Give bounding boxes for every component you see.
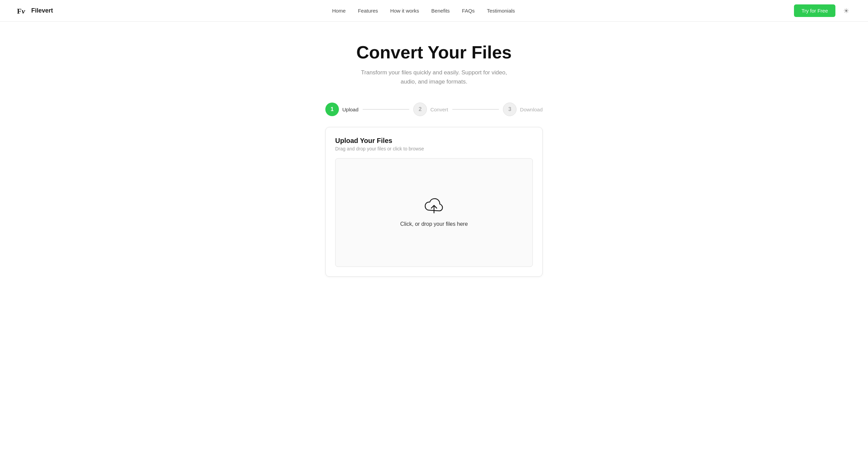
step-3: 3 Download [503,103,543,116]
upload-card-subtitle: Drag and drop your files or click to bro… [335,146,533,151]
nav-faqs[interactable]: FAQs [462,8,475,14]
nav-testimonials[interactable]: Testimonials [487,8,515,14]
nav-features[interactable]: Features [358,8,378,14]
upload-card-title: Upload Your Files [335,137,533,145]
nav-links: Home Features How it works Benefits FAQs… [332,8,515,14]
step-1: 1 Upload [325,103,359,116]
stepper: 1 Upload 2 Convert 3 Download [325,103,543,116]
nav-benefits[interactable]: Benefits [431,8,450,14]
step-1-circle: 1 [325,103,339,116]
logo-icon: F v [16,5,29,17]
upload-card: Upload Your Files Drag and drop your fil… [325,127,543,277]
hero-subtitle: Transform your files quickly and easily.… [352,68,516,86]
theme-toggle-button[interactable]: ☀ [841,5,852,16]
step-1-label: Upload [342,107,359,112]
navbar: F v Filevert Home Features How it works … [0,0,868,22]
step-line-2 [452,109,499,110]
nav-home[interactable]: Home [332,8,346,14]
try-for-free-button[interactable]: Try for Free [794,4,835,17]
dropzone[interactable]: Click, or drop your files here [335,158,533,267]
step-2-label: Convert [430,107,448,112]
svg-text:F: F [17,7,21,15]
upload-cloud-icon [424,198,444,216]
dropzone-text: Click, or drop your files here [400,221,468,227]
step-3-circle: 3 [503,103,517,116]
step-line-1 [363,109,410,110]
step-2: 2 Convert [413,103,448,116]
sun-icon: ☀ [843,7,849,15]
logo-link[interactable]: F v Filevert [16,5,53,17]
main-content: Convert Your Files Transform your files … [0,22,868,304]
step-3-label: Download [520,107,543,112]
navbar-right: Try for Free ☀ [794,4,852,17]
logo-text: Filevert [31,7,53,14]
step-2-circle: 2 [413,103,427,116]
svg-text:v: v [22,7,25,15]
nav-how-it-works[interactable]: How it works [390,8,419,14]
hero-title: Convert Your Files [356,42,512,62]
